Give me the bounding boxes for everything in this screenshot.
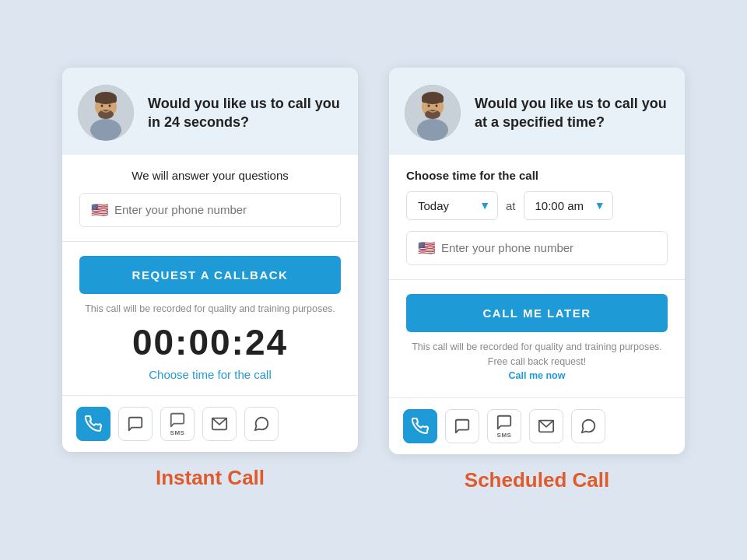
instant-phone-input-wrapper[interactable]: 🇺🇸	[79, 193, 341, 227]
cards-container: Would you like us to call you in 24 seco…	[62, 68, 685, 492]
instant-card-header: Would you like us to call you in 24 seco…	[62, 68, 358, 155]
instant-card-footer: SMS	[62, 396, 358, 452]
scheduled-email-button[interactable]	[529, 409, 563, 443]
whatsapp-icon	[253, 415, 270, 432]
scheduled-phone-icon	[412, 418, 429, 435]
svg-point-15	[428, 104, 430, 107]
call-me-now-link[interactable]: Call me now	[509, 370, 566, 381]
choose-time-label: Choose time for the call	[406, 169, 668, 182]
request-callback-button[interactable]: REQUEST A CALLBACK	[79, 256, 341, 294]
scheduled-email-icon	[538, 418, 555, 435]
time-select[interactable]: 10:00 am 10:30 am 11:00 am	[524, 191, 613, 220]
whatsapp-button[interactable]	[244, 407, 279, 441]
svg-point-16	[436, 104, 438, 107]
svg-point-14	[425, 110, 440, 119]
day-select[interactable]: Today Tomorrow	[406, 191, 498, 220]
scheduled-chat-button[interactable]	[445, 409, 479, 443]
avatar	[78, 85, 134, 141]
email-icon	[211, 415, 228, 432]
chat-button[interactable]	[118, 407, 153, 441]
instant-header-text: Would you like us to call you in 24 seco…	[148, 94, 342, 132]
scheduled-sms-label: SMS	[497, 432, 512, 439]
phone-icon	[85, 415, 102, 432]
scheduled-action-section: CALL ME LATER This call will be recorded…	[389, 280, 685, 398]
at-label: at	[506, 199, 516, 212]
svg-point-5	[98, 110, 114, 119]
instant-disclaimer: This call will be recorded for quality a…	[79, 302, 341, 317]
scheduled-card-footer: SMS	[389, 398, 685, 454]
svg-rect-13	[422, 98, 444, 103]
scheduled-call-label: Scheduled Call	[465, 468, 609, 492]
instant-call-card: Would you like us to call you in 24 seco…	[62, 68, 358, 452]
svg-point-10	[417, 119, 448, 141]
instant-card-body: We will answer your questions 🇺🇸	[62, 155, 358, 242]
choose-time-link[interactable]: Choose time for the call	[79, 368, 341, 381]
svg-rect-4	[95, 98, 117, 103]
scheduled-call-wrapper: Would you like us to call you at a speci…	[389, 68, 685, 492]
sms-label: SMS	[170, 429, 185, 436]
instant-call-label: Instant Call	[156, 466, 265, 490]
svg-point-1	[90, 119, 121, 141]
scheduled-whatsapp-icon	[580, 418, 597, 435]
time-select-wrapper[interactable]: 10:00 am 10:30 am 11:00 am ▼	[524, 191, 613, 220]
instant-call-wrapper: Would you like us to call you in 24 seco…	[62, 68, 358, 490]
scheduled-avatar	[405, 85, 461, 141]
scheduled-sms-button[interactable]: SMS	[487, 409, 521, 443]
us-flag-icon: 🇺🇸	[91, 201, 108, 219]
scheduled-disclaimer: This call will be recorded for quality a…	[406, 340, 668, 383]
scheduled-header-text: Would you like us to call you at a speci…	[475, 94, 669, 132]
scheduled-sms-icon	[496, 414, 513, 431]
scheduled-card-body: Choose time for the call Today Tomorrow …	[389, 155, 685, 280]
instant-subtext: We will answer your questions	[79, 169, 341, 182]
email-button[interactable]	[202, 407, 237, 441]
svg-point-6	[101, 104, 103, 107]
scheduled-us-flag-icon: 🇺🇸	[418, 240, 435, 257]
svg-point-7	[109, 104, 111, 107]
call-me-later-button[interactable]: CALL ME LATER	[406, 294, 668, 332]
time-selectors: Today Tomorrow ▼ at 10:00 am 10:30 am 11…	[406, 191, 668, 220]
sms-button[interactable]: SMS	[160, 407, 195, 441]
scheduled-card-header: Would you like us to call you at a speci…	[389, 68, 685, 155]
day-select-wrapper[interactable]: Today Tomorrow ▼	[406, 191, 498, 220]
scheduled-chat-icon	[454, 418, 471, 435]
scheduled-phone-button[interactable]	[403, 409, 437, 443]
chat-icon	[127, 415, 144, 432]
instant-timer: 00:00:24	[79, 321, 341, 363]
sms-icon	[169, 411, 186, 429]
scheduled-whatsapp-button[interactable]	[571, 409, 605, 443]
instant-callback-section: REQUEST A CALLBACK This call will be rec…	[62, 242, 358, 396]
scheduled-phone-input-wrapper[interactable]: 🇺🇸	[406, 231, 668, 265]
phone-button[interactable]	[76, 407, 110, 441]
instant-phone-input[interactable]	[114, 203, 329, 216]
scheduled-phone-input[interactable]	[441, 241, 656, 254]
scheduled-call-card: Would you like us to call you at a speci…	[389, 68, 685, 454]
